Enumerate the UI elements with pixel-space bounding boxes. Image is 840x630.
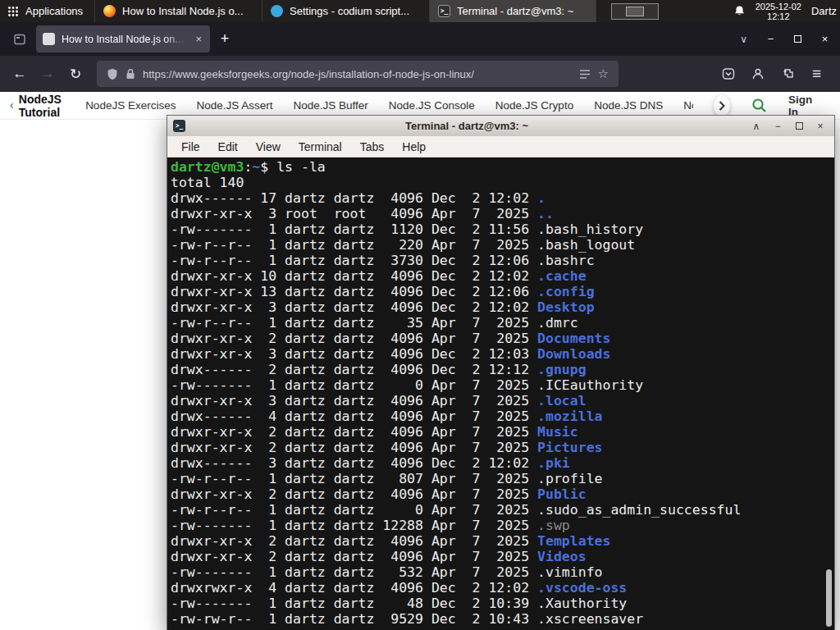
taskbar-item-codium[interactable]: Settings - codium script... <box>262 0 429 22</box>
clock-time: 12:12 <box>756 11 801 21</box>
taskbar-item-label: Settings - codium script... <box>290 5 409 17</box>
terminal-maximize-button[interactable] <box>791 119 807 134</box>
terminal-close-button[interactable]: × <box>812 119 829 134</box>
window-taskbar: How to Install Node.js o... Settings - c… <box>94 0 596 22</box>
menu-view[interactable]: View <box>247 138 290 156</box>
browser-tab[interactable]: How to Install Node.js on... × <box>36 25 210 52</box>
extensions-icon[interactable] <box>774 61 801 87</box>
terminal-listing-line: drwx------ 2 dartz dartz 4096 Dec 2 12:1… <box>171 362 823 377</box>
lock-icon[interactable] <box>126 68 135 80</box>
terminal-listing-line: -rw------- 1 dartz dartz 1120 Dec 2 11:5… <box>171 221 823 237</box>
tab-bar: How to Install Node.js on... × + ∨ − × <box>0 22 840 56</box>
maximize-icon <box>796 122 803 130</box>
menu-file[interactable]: File <box>172 138 209 156</box>
tracking-shield-icon[interactable] <box>107 68 118 80</box>
nav-scroll-right-button[interactable] <box>714 95 730 116</box>
taskbar-item-firefox[interactable]: How to Install Node.js o... <box>94 0 262 22</box>
new-tab-button[interactable]: + <box>213 28 236 51</box>
terminal-listing-line: -rw-r--r-- 1 dartz dartz 807 Apr 7 2025 … <box>171 471 823 486</box>
terminal-scrollbar[interactable] <box>824 158 833 630</box>
sitenav-item-assert[interactable]: Node.JS Assert <box>196 99 272 112</box>
tab-favicon <box>43 33 55 45</box>
terminal-titlebar[interactable]: >_ Terminal - dartz@vm3: ~ ∧ − × <box>167 116 834 136</box>
sitenav-item-truncated[interactable]: Node <box>683 99 693 112</box>
bookmark-star-icon[interactable]: ☆ <box>598 66 609 81</box>
sitenav-primary-label: NodeJS Tutorial <box>19 93 65 119</box>
terminal-listing-line: -rw-r--r-- 1 dartz dartz 220 Apr 7 2025 … <box>171 237 823 253</box>
terminal-listing-line: drwxr-xr-x 2 dartz dartz 4096 Apr 7 2025… <box>171 549 823 564</box>
account-icon[interactable] <box>744 61 771 87</box>
terminal-listing-line: drwx------ 4 dartz dartz 4096 Apr 7 2025… <box>171 409 823 424</box>
list-all-tabs-icon[interactable]: ∨ <box>730 34 757 45</box>
terminal-menubar: File Edit View Terminal Tabs Help <box>167 136 834 158</box>
terminal-listing-line: drwxr-xr-x 2 dartz dartz 4096 Apr 7 2025… <box>171 533 823 549</box>
tab-close-icon[interactable]: × <box>194 33 203 45</box>
restore-icon <box>794 35 801 43</box>
notification-bell-icon[interactable] <box>733 5 746 17</box>
chevron-right-icon <box>719 101 725 111</box>
applications-label: Applications <box>25 5 83 17</box>
screen: Applications How to Install Node.js o...… <box>0 0 840 630</box>
workspace-window-preview <box>626 7 644 16</box>
terminal-listing-line: drwxr-xr-x 10 dartz dartz 4096 Dec 2 12:… <box>171 268 823 284</box>
sitenav-item-console[interactable]: Node.JS Console <box>389 99 475 112</box>
terminal-prompt-line: dartz@vm3:~$ ls -la <box>171 159 823 175</box>
sitenav-primary[interactable]: NodeJS Tutorial <box>10 93 65 119</box>
applications-grid-icon <box>7 6 19 17</box>
browser-toolbar: ← → ↻ https://www.geeksforgeeks.org/node… <box>0 56 840 92</box>
taskbar-item-label: Terminal - dartz@vm3: ~ <box>457 5 573 17</box>
prompt-command: ls -la <box>276 159 326 175</box>
terminal-listing-line: -rw------- 1 dartz dartz 48 Dec 2 10:39 … <box>171 596 823 611</box>
prompt-user-host: dartz@vm3 <box>171 159 244 175</box>
reader-mode-icon[interactable] <box>579 69 591 80</box>
sitenav-item-dns[interactable]: Node.JS DNS <box>594 99 663 112</box>
back-button[interactable]: ← <box>7 61 33 87</box>
terminal-listing-line: -rw------- 1 dartz dartz 12288 Apr 7 202… <box>171 518 823 533</box>
menu-tabs[interactable]: Tabs <box>351 138 394 156</box>
browser-minimize-button[interactable]: − <box>757 27 784 51</box>
terminal-scrollbar-thumb[interactable] <box>826 569 832 627</box>
terminal-listing-line: drwx------ 17 dartz dartz 4096 Dec 2 12:… <box>171 190 823 206</box>
prompt-colon: : <box>244 159 252 175</box>
terminal-listing: drwx------ 17 dartz dartz 4096 Dec 2 12:… <box>171 190 823 627</box>
prompt-path: ~ <box>252 159 260 175</box>
browser-close-button[interactable]: × <box>811 27 838 51</box>
applications-menu-button[interactable]: Applications <box>0 0 94 22</box>
taskbar-item-terminal[interactable]: >_ Terminal - dartz@vm3: ~ <box>429 0 596 22</box>
menu-help[interactable]: Help <box>393 138 435 156</box>
pocket-icon[interactable] <box>714 61 742 87</box>
terminal-listing-line: -rw------- 1 dartz dartz 0 Apr 7 2025 .I… <box>171 377 823 393</box>
system-tray: 2025-12-02 12:12 Dartz <box>733 0 840 22</box>
sitenav-item-buffer[interactable]: Node.JS Buffer <box>293 99 368 112</box>
firefox-view-icon[interactable] <box>8 28 31 51</box>
sitenav-item-exercises[interactable]: NodeJS Exercises <box>85 99 176 112</box>
menu-terminal[interactable]: Terminal <box>290 138 351 156</box>
firefox-icon <box>103 5 116 17</box>
user-menu[interactable]: Dartz <box>811 5 837 17</box>
sign-in-button[interactable]: Sign In <box>788 94 817 118</box>
terminal-minimize-button[interactable]: − <box>769 119 786 134</box>
reload-button[interactable]: ↻ <box>62 61 89 87</box>
terminal-screen[interactable]: dartz@vm3:~$ ls -la total 140 drwx------… <box>167 158 834 630</box>
terminal-shade-button[interactable]: ∧ <box>748 119 765 134</box>
menu-edit[interactable]: Edit <box>209 138 247 156</box>
terminal-listing-line: drwxrwxr-x 4 dartz dartz 4096 Dec 2 12:0… <box>171 580 823 596</box>
browser-restore-button[interactable] <box>784 27 811 51</box>
system-top-bar: Applications How to Install Node.js o...… <box>0 0 840 22</box>
clock[interactable]: 2025-12-02 12:12 <box>756 2 801 21</box>
terminal-listing-line: -rw-rw-r-- 1 dartz dartz 9529 Dec 2 10:4… <box>171 611 823 627</box>
terminal-window: >_ Terminal - dartz@vm3: ~ ∧ − × File Ed… <box>167 115 835 630</box>
site-search-icon[interactable] <box>751 98 767 113</box>
forward-button[interactable]: → <box>34 61 61 87</box>
terminal-listing-line: drwxr-xr-x 3 dartz dartz 4096 Dec 2 12:0… <box>171 346 823 362</box>
prompt-symbol: $ <box>260 159 276 175</box>
terminal-listing-line: drwxr-xr-x 3 dartz dartz 4096 Apr 7 2025… <box>171 393 823 409</box>
workspace-switcher[interactable] <box>611 3 659 20</box>
terminal-listing-line: -rw-r--r-- 1 dartz dartz 0 Apr 7 2025 .s… <box>171 502 823 518</box>
sitenav-item-crypto[interactable]: Node.JS Crypto <box>495 99 573 112</box>
codium-icon <box>271 5 283 17</box>
terminal-app-icon: >_ <box>173 120 185 132</box>
clock-date: 2025-12-02 <box>756 2 801 11</box>
hamburger-menu-icon[interactable]: ≡ <box>803 61 830 87</box>
url-bar[interactable]: https://www.geeksforgeeks.org/node-js/in… <box>97 61 619 87</box>
